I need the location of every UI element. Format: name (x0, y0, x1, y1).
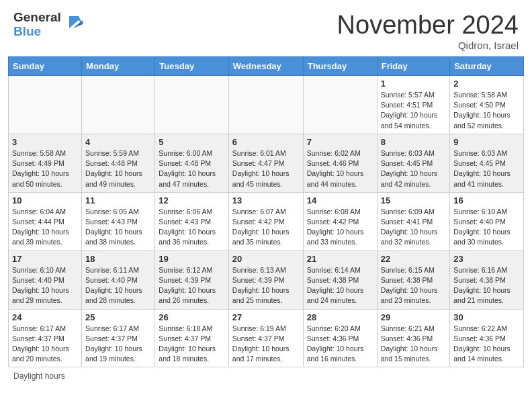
logo-general: General (13, 11, 61, 25)
day-cell: 16Sunrise: 6:10 AM Sunset: 4:40 PM Dayli… (450, 192, 524, 250)
day-cell: 26Sunrise: 6:18 AM Sunset: 4:37 PM Dayli… (155, 309, 228, 367)
day-header-monday: Monday (82, 57, 155, 76)
day-cell: 21Sunrise: 6:14 AM Sunset: 4:38 PM Dayli… (303, 250, 377, 309)
day-info: Sunrise: 6:04 AM Sunset: 4:44 PM Dayligh… (12, 207, 78, 248)
day-info: Sunrise: 6:05 AM Sunset: 4:43 PM Dayligh… (85, 207, 151, 248)
day-cell: 3Sunrise: 5:58 AM Sunset: 4:49 PM Daylig… (9, 134, 82, 192)
day-cell: 2Sunrise: 5:58 AM Sunset: 4:50 PM Daylig… (450, 76, 524, 134)
day-info: Sunrise: 6:19 AM Sunset: 4:37 PM Dayligh… (232, 324, 300, 365)
day-info: Sunrise: 6:22 AM Sunset: 4:36 PM Dayligh… (453, 324, 520, 365)
day-cell (9, 76, 82, 134)
day-info: Sunrise: 6:03 AM Sunset: 4:45 PM Dayligh… (453, 148, 520, 189)
day-number: 3 (12, 137, 78, 147)
day-cell: 23Sunrise: 6:16 AM Sunset: 4:38 PM Dayli… (450, 250, 524, 309)
footer: Daylight hours (0, 367, 532, 385)
day-info: Sunrise: 6:17 AM Sunset: 4:37 PM Dayligh… (12, 324, 78, 365)
day-number: 13 (232, 195, 300, 205)
day-header-saturday: Saturday (450, 57, 524, 76)
day-cell: 1Sunrise: 5:57 AM Sunset: 4:51 PM Daylig… (377, 76, 450, 134)
day-header-tuesday: Tuesday (155, 57, 228, 76)
day-cell: 15Sunrise: 6:09 AM Sunset: 4:41 PM Dayli… (377, 192, 450, 250)
day-info: Sunrise: 6:15 AM Sunset: 4:38 PM Dayligh… (381, 265, 447, 306)
day-cell: 9Sunrise: 6:03 AM Sunset: 4:45 PM Daylig… (450, 134, 524, 192)
day-number: 2 (453, 79, 520, 89)
day-info: Sunrise: 6:07 AM Sunset: 4:42 PM Dayligh… (232, 207, 300, 248)
day-cell (82, 76, 155, 134)
day-number: 7 (307, 137, 373, 147)
day-number: 15 (381, 195, 447, 205)
day-info: Sunrise: 6:12 AM Sunset: 4:39 PM Dayligh… (159, 265, 224, 306)
day-number: 27 (232, 312, 300, 322)
day-number: 12 (159, 195, 224, 205)
day-info: Sunrise: 5:57 AM Sunset: 4:51 PM Dayligh… (381, 90, 447, 131)
day-info: Sunrise: 6:10 AM Sunset: 4:40 PM Dayligh… (453, 207, 520, 248)
day-info: Sunrise: 6:10 AM Sunset: 4:40 PM Dayligh… (12, 265, 78, 306)
day-cell: 17Sunrise: 6:10 AM Sunset: 4:40 PM Dayli… (9, 250, 82, 309)
day-cell: 18Sunrise: 6:11 AM Sunset: 4:40 PM Dayli… (82, 250, 155, 309)
day-info: Sunrise: 6:02 AM Sunset: 4:46 PM Dayligh… (307, 148, 373, 189)
day-info: Sunrise: 6:11 AM Sunset: 4:40 PM Dayligh… (85, 265, 151, 306)
day-info: Sunrise: 6:17 AM Sunset: 4:37 PM Dayligh… (85, 324, 151, 365)
day-info: Sunrise: 6:18 AM Sunset: 4:37 PM Dayligh… (159, 324, 224, 365)
day-cell (303, 76, 377, 134)
day-number: 21 (307, 254, 373, 264)
day-info: Sunrise: 6:08 AM Sunset: 4:42 PM Dayligh… (307, 207, 373, 248)
day-info: Sunrise: 6:00 AM Sunset: 4:48 PM Dayligh… (159, 148, 224, 189)
day-info: Sunrise: 6:13 AM Sunset: 4:39 PM Dayligh… (232, 265, 300, 306)
day-info: Sunrise: 6:09 AM Sunset: 4:41 PM Dayligh… (381, 207, 447, 248)
day-info: Sunrise: 6:03 AM Sunset: 4:45 PM Dayligh… (381, 148, 447, 189)
calendar-header-row: SundayMondayTuesdayWednesdayThursdayFrid… (9, 57, 524, 76)
day-info: Sunrise: 6:16 AM Sunset: 4:38 PM Dayligh… (453, 265, 520, 306)
day-info: Sunrise: 5:59 AM Sunset: 4:48 PM Dayligh… (85, 148, 151, 189)
day-number: 18 (85, 254, 151, 264)
day-number: 1 (381, 79, 447, 89)
day-number: 9 (453, 137, 520, 147)
location: Qidron, Israel (337, 40, 519, 51)
day-number: 8 (381, 137, 447, 147)
day-cell: 11Sunrise: 6:05 AM Sunset: 4:43 PM Dayli… (82, 192, 155, 250)
month-title: November 2024 (337, 11, 519, 40)
day-number: 11 (85, 195, 151, 205)
day-cell: 22Sunrise: 6:15 AM Sunset: 4:38 PM Dayli… (377, 250, 450, 309)
title-block: November 2024 Qidron, Israel (337, 11, 519, 51)
day-number: 17 (12, 254, 78, 264)
day-info: Sunrise: 5:58 AM Sunset: 4:49 PM Dayligh… (12, 148, 78, 189)
day-cell: 12Sunrise: 6:06 AM Sunset: 4:43 PM Dayli… (155, 192, 228, 250)
day-cell: 19Sunrise: 6:12 AM Sunset: 4:39 PM Dayli… (155, 250, 228, 309)
day-number: 22 (381, 254, 447, 264)
day-number: 6 (232, 137, 300, 147)
day-number: 23 (453, 254, 520, 264)
day-cell: 29Sunrise: 6:21 AM Sunset: 4:36 PM Dayli… (377, 309, 450, 367)
day-header-wednesday: Wednesday (228, 57, 303, 76)
day-number: 4 (85, 137, 151, 147)
day-cell: 5Sunrise: 6:00 AM Sunset: 4:48 PM Daylig… (155, 134, 228, 192)
day-cell: 20Sunrise: 6:13 AM Sunset: 4:39 PM Dayli… (228, 250, 303, 309)
logo-icon (64, 12, 84, 35)
day-info: Sunrise: 6:01 AM Sunset: 4:47 PM Dayligh… (232, 148, 300, 189)
calendar-week-row: 3Sunrise: 5:58 AM Sunset: 4:49 PM Daylig… (9, 134, 524, 192)
day-header-thursday: Thursday (303, 57, 377, 76)
day-info: Sunrise: 5:58 AM Sunset: 4:50 PM Dayligh… (453, 90, 520, 131)
day-cell: 27Sunrise: 6:19 AM Sunset: 4:37 PM Dayli… (228, 309, 303, 367)
day-number: 30 (453, 312, 520, 322)
calendar-week-row: 17Sunrise: 6:10 AM Sunset: 4:40 PM Dayli… (9, 250, 524, 309)
day-cell (155, 76, 228, 134)
calendar-week-row: 10Sunrise: 6:04 AM Sunset: 4:44 PM Dayli… (9, 192, 524, 250)
day-number: 29 (381, 312, 447, 322)
logo-blue: Blue (13, 25, 61, 39)
day-cell: 4Sunrise: 5:59 AM Sunset: 4:48 PM Daylig… (82, 134, 155, 192)
day-cell: 10Sunrise: 6:04 AM Sunset: 4:44 PM Dayli… (9, 192, 82, 250)
day-number: 10 (12, 195, 78, 205)
day-number: 26 (159, 312, 224, 322)
day-number: 14 (307, 195, 373, 205)
day-number: 20 (232, 254, 300, 264)
calendar-week-row: 1Sunrise: 5:57 AM Sunset: 4:51 PM Daylig… (9, 76, 524, 134)
day-info: Sunrise: 6:21 AM Sunset: 4:36 PM Dayligh… (381, 324, 447, 365)
day-cell: 14Sunrise: 6:08 AM Sunset: 4:42 PM Dayli… (303, 192, 377, 250)
day-info: Sunrise: 6:20 AM Sunset: 4:36 PM Dayligh… (307, 324, 373, 365)
day-header-sunday: Sunday (9, 57, 82, 76)
daylight-label: Daylight hours (13, 371, 65, 381)
logo-text: General Blue (13, 11, 61, 39)
day-number: 5 (159, 137, 224, 147)
day-number: 16 (453, 195, 520, 205)
